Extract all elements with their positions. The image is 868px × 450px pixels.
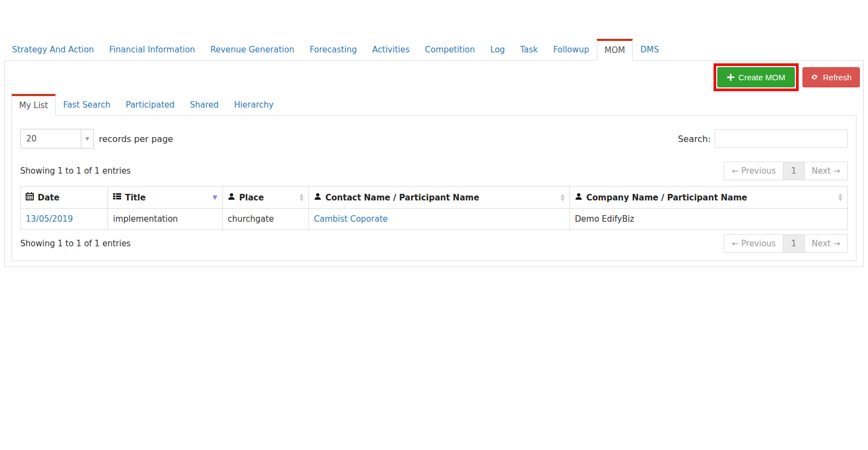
column-label: Contact Name / Participant Name — [325, 193, 479, 203]
refresh-icon — [811, 73, 818, 81]
sort-icons: ▲▼ — [561, 193, 564, 202]
column-label: Company Name / Participant Name — [586, 193, 747, 203]
mom-table: Date — [20, 186, 848, 230]
cell-contact: Cambist Coporate — [309, 209, 570, 230]
subtab-label[interactable]: Fast Search — [56, 93, 118, 115]
tab-strategy-and-action[interactable]: Strategy And Action — [4, 38, 102, 60]
subtabs-wrap: My List Fast Search Participated Shared … — [11, 93, 857, 116]
cell-place: churchgate — [223, 209, 309, 230]
chevron-down-icon: ▼ — [81, 129, 93, 148]
refresh-label: Refresh — [823, 73, 852, 82]
page-length-value: 20 — [21, 129, 81, 148]
create-mom-highlight-box: Create MOM — [714, 63, 799, 91]
tab-financial-information[interactable]: Financial Information — [102, 38, 203, 60]
table-row: 13/05/2019 implementation churchgate Cam… — [21, 209, 848, 230]
tab-competition[interactable]: Competition — [417, 38, 483, 60]
tab-followup[interactable]: Followup — [545, 38, 597, 60]
column-header-company-name[interactable]: Company Name / Participant Name ▲▼ — [570, 187, 848, 209]
tab-label[interactable]: Activities — [365, 38, 417, 60]
subtab-label[interactable]: Participated — [118, 93, 182, 115]
tab-label[interactable]: Forecasting — [302, 38, 365, 60]
tab-label[interactable]: MOM — [597, 39, 633, 61]
user-icon — [228, 193, 235, 203]
contact-link[interactable]: Cambist Coporate — [314, 214, 388, 224]
column-header-date[interactable]: Date — [21, 187, 108, 209]
user-icon — [575, 193, 582, 203]
list-icon — [113, 192, 121, 203]
column-header-contact-name[interactable]: Contact Name / Participant Name ▲▼ — [309, 187, 570, 209]
create-mom-button[interactable]: Create MOM — [717, 67, 795, 87]
pagination-bottom: ← Previous 1 Next → — [724, 234, 848, 253]
table-header-row: Date — [21, 187, 848, 209]
create-mom-label: Create MOM — [739, 73, 786, 82]
column-label: Date — [38, 193, 60, 203]
tab-label[interactable]: Followup — [545, 38, 597, 60]
next-page-button[interactable]: Next → — [804, 234, 848, 253]
search-input[interactable] — [715, 129, 848, 148]
showing-entries-text: Showing 1 to 1 of 1 entries — [20, 166, 130, 176]
mom-panel: Create MOM Refresh My List Fast Search P… — [4, 61, 864, 267]
column-label: Place — [239, 193, 264, 203]
tab-label[interactable]: Financial Information — [102, 38, 203, 60]
tab-forecasting[interactable]: Forecasting — [302, 38, 365, 60]
cell-date: 13/05/2019 — [21, 209, 108, 230]
refresh-button[interactable]: Refresh — [802, 67, 860, 87]
tab-label[interactable]: Revenue Generation — [203, 38, 302, 60]
info-row-bottom: Showing 1 to 1 of 1 entries ← Previous 1… — [20, 234, 848, 253]
main-tab-bar: Strategy And Action Financial Informatio… — [4, 38, 864, 61]
showing-entries-text: Showing 1 to 1 of 1 entries — [20, 239, 130, 248]
info-row-top: Showing 1 to 1 of 1 entries ← Previous 1… — [20, 162, 848, 180]
tab-activities[interactable]: Activities — [365, 38, 417, 60]
subtab-participated[interactable]: Participated — [118, 93, 182, 115]
tab-mom[interactable]: MOM — [597, 39, 633, 60]
subtab-fast-search[interactable]: Fast Search — [56, 93, 118, 115]
previous-page-button[interactable]: ← Previous — [724, 234, 783, 253]
subtab-label[interactable]: Shared — [182, 93, 227, 115]
plus-icon — [727, 74, 734, 81]
column-label: Title — [125, 193, 146, 203]
subtab-label[interactable]: My List — [11, 94, 56, 116]
user-icon — [314, 193, 322, 203]
toolbar: Create MOM Refresh — [8, 62, 860, 92]
tab-dms[interactable]: DMS — [633, 38, 667, 60]
subtab-hierarchy[interactable]: Hierarchy — [227, 93, 282, 115]
subtab-shared[interactable]: Shared — [182, 93, 227, 115]
sort-icons: ▲▼ — [839, 193, 842, 202]
sub-tab-bar: My List Fast Search Participated Shared … — [11, 93, 857, 116]
tab-label[interactable]: Log — [483, 38, 513, 60]
column-header-title[interactable]: Title ▼ — [108, 187, 223, 209]
column-header-place[interactable]: Place ▲▼ — [223, 187, 309, 209]
tab-label[interactable]: DMS — [633, 38, 667, 60]
records-per-page-label: records per page — [99, 134, 173, 144]
search-group: Search: — [678, 129, 848, 148]
page-length-group: 20 ▼ records per page — [20, 129, 173, 149]
cell-title: implementation — [108, 209, 223, 230]
tab-task[interactable]: Task — [513, 38, 545, 60]
page-length-select[interactable]: 20 ▼ — [20, 129, 94, 149]
my-list-panel: 20 ▼ records per page Search: Showing 1 … — [11, 116, 857, 261]
tab-log[interactable]: Log — [483, 38, 513, 60]
tab-label[interactable]: Competition — [417, 38, 483, 60]
cell-company: Demo EdifyBiz — [570, 209, 848, 230]
date-link[interactable]: 13/05/2019 — [26, 214, 73, 224]
calendar-icon — [26, 192, 34, 203]
page-number-button[interactable]: 1 — [783, 162, 805, 180]
subtab-my-list[interactable]: My List — [11, 94, 56, 115]
tab-label[interactable]: Strategy And Action — [4, 38, 102, 60]
list-controls: 20 ▼ records per page Search: — [20, 129, 848, 149]
previous-page-button[interactable]: ← Previous — [724, 162, 783, 180]
search-label: Search: — [678, 134, 711, 144]
pagination-top: ← Previous 1 Next → — [724, 162, 848, 180]
sort-desc-icon: ▼ — [213, 194, 217, 201]
sort-icons: ▲▼ — [300, 193, 304, 202]
tab-label[interactable]: Task — [513, 38, 545, 60]
subtab-label[interactable]: Hierarchy — [227, 93, 282, 115]
tab-revenue-generation[interactable]: Revenue Generation — [203, 38, 302, 60]
next-page-button[interactable]: Next → — [804, 162, 848, 180]
mom-page: Strategy And Action Financial Informatio… — [4, 38, 864, 267]
page-number-button[interactable]: 1 — [783, 234, 805, 253]
